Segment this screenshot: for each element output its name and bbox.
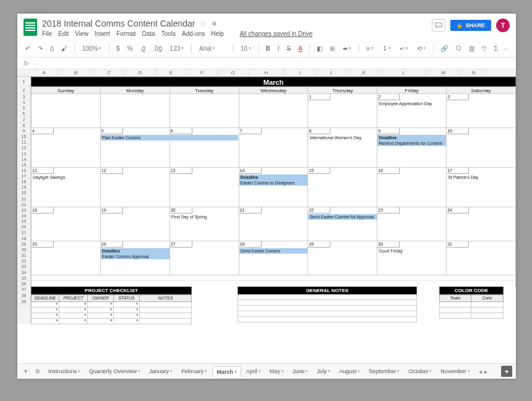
row-header[interactable]: 27 [17,230,30,236]
day-cell[interactable]: 25 [31,241,101,275]
row-header[interactable]: 30 [17,247,30,252]
event-highlighted[interactable]: Send Easter Comms for Approval [308,214,377,220]
day-cell[interactable]: 29 [308,241,377,275]
merge-cells-button[interactable]: ⬌▾ [340,45,354,53]
row-header[interactable]: 17 [17,173,30,179]
format-currency-button[interactable]: $ [114,44,122,53]
increase-decimal-button[interactable]: .00̲ [151,44,163,53]
explore-button[interactable]: ✦ [501,366,512,377]
event-highlighted[interactable]: Deadline [377,135,446,140]
row-header[interactable]: 37 [17,287,30,293]
row-header[interactable]: 36 [17,281,30,287]
sheet-tab-july[interactable]: July▾ [313,366,334,377]
event-highlighted[interactable]: Deadline [101,248,169,254]
day-cell[interactable]: 10 [447,128,516,168]
col-header-I[interactable]: I [285,69,315,76]
col-header-C[interactable]: C [94,69,125,76]
italic-button[interactable]: I [276,44,281,53]
day-cell[interactable] [31,94,101,128]
paint-format-button[interactable]: 🖌 [59,44,69,53]
col-header-M[interactable]: M [426,69,461,76]
col-header-J[interactable]: J [315,69,346,76]
row-header[interactable]: 19 [17,184,30,190]
row-header[interactable]: 39 [17,299,30,305]
col-header-K[interactable]: K [346,69,382,76]
star-icon[interactable]: ☆ [200,19,207,28]
row-header[interactable]: 35 [17,275,30,281]
row-header[interactable]: 23 [17,207,30,213]
menu-view[interactable]: View [75,30,88,37]
row-header[interactable]: 32 [17,258,30,264]
checklist-cell[interactable] [140,319,192,324]
col-header-G[interactable]: G [218,69,249,76]
checklist-cell[interactable] [31,319,59,324]
sheet-tab-november[interactable]: November▾ [437,366,474,377]
day-cell[interactable]: 22Send Easter Comms for Approval [308,207,377,241]
event-text[interactable]: St Patrick's Day [447,175,515,180]
colorcode-cell[interactable] [471,313,504,319]
day-cell[interactable]: 11Daylight Savings [31,168,101,207]
spreadsheet-area[interactable]: ABCDEFGHIJKLMN 1234567891011121314151617… [17,69,516,363]
sheet-tab-quarterly-overview[interactable]: Quarterly Overview▾ [85,366,144,377]
day-cell[interactable]: 30Good Friday [377,241,447,275]
row-header[interactable]: 26 [17,224,30,230]
event-highlighted[interactable]: Easter Comms to Designers [239,180,308,186]
day-cell[interactable]: 19 [101,207,170,241]
sheet-tab-march[interactable]: March▾ [212,366,241,377]
event-highlighted[interactable]: Plan Easter Comms [101,135,238,140]
checklist-cell[interactable] [59,319,88,324]
formula-input[interactable] [35,58,516,69]
collapse-toolbar-button[interactable]: ︿ [504,44,510,53]
day-cell[interactable]: 12 [101,168,170,207]
sheet-tab-june[interactable]: June▾ [289,366,312,377]
bold-button[interactable]: B [264,44,272,53]
colorcode-cell[interactable] [439,302,471,308]
day-cell[interactable]: 13 [170,168,239,207]
day-cell[interactable]: 27 [170,241,239,275]
zoom-select[interactable]: 100%▾ [80,45,105,53]
notes-cell[interactable] [238,306,417,311]
col-header-L[interactable]: L [382,69,426,76]
sheet-tab-april[interactable]: April▾ [242,366,265,377]
tab-scroll-right[interactable]: ▸ [484,368,487,375]
row-header[interactable]: 25 [17,218,30,224]
day-cell[interactable]: 28Send Easter Comms [239,241,309,275]
row-header[interactable]: 18 [17,179,30,184]
day-cell[interactable]: 21 [239,207,309,241]
sheet-tab-august[interactable]: August▾ [335,366,364,377]
row-header[interactable]: 14 [17,157,30,162]
sheets-doc-icon[interactable] [24,19,37,36]
col-header-F[interactable]: F [187,69,218,76]
day-cell[interactable]: 4 [31,128,101,168]
row-header[interactable]: 4 [17,100,30,105]
day-cell[interactable]: 24 [447,207,516,241]
event-highlighted[interactable]: Deadline [239,175,308,180]
sheet-tab-instructions[interactable]: Instructions▾ [45,366,84,377]
event-highlighted[interactable]: Send Easter Comms [239,248,308,254]
day-cell[interactable]: 6 [170,128,239,168]
day-cell[interactable]: 15 [308,168,377,207]
row-header[interactable]: 22 [17,202,30,207]
row-header[interactable]: 20 [17,190,30,196]
redo-button[interactable]: ↷ [36,44,45,53]
row-header[interactable]: 1 [17,77,30,87]
decrease-decimal-button[interactable]: .0̲ [138,44,147,53]
col-header-A[interactable]: A [31,69,58,76]
event-highlighted[interactable]: Remind Departments for Content [377,140,446,146]
folder-icon[interactable]: ■ [212,19,216,28]
col-header-D[interactable]: D [125,69,156,76]
row-header[interactable]: 7 [17,117,30,123]
day-cell[interactable]: 7 [239,128,309,168]
row-header[interactable]: 29 [17,241,30,247]
font-select[interactable]: Arial▾ [197,45,228,53]
strikethrough-button[interactable]: S [285,44,293,53]
add-sheet-button[interactable]: + [21,367,30,376]
undo-button[interactable]: ↶ [24,44,32,53]
day-cell[interactable]: 16 [377,168,447,207]
notes-cell[interactable] [238,311,417,317]
col-header-B[interactable]: B [58,69,94,76]
day-cell[interactable]: 23 [377,207,447,241]
row-header[interactable]: 11 [17,139,30,145]
event-text[interactable]: Good Friday [377,248,446,254]
colorcode-cell[interactable] [439,313,471,319]
